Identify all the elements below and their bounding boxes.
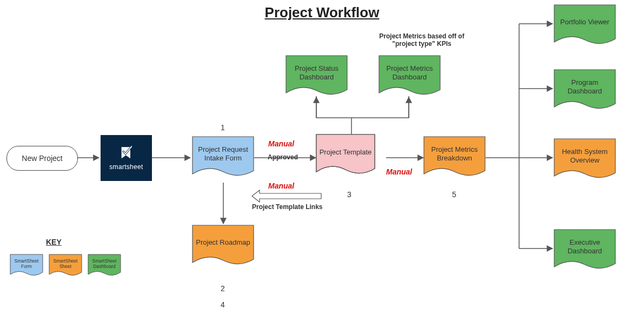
number-1: 1	[221, 123, 225, 132]
key-sheet: SmartSheet Sheet	[49, 254, 82, 278]
diagram-canvas: Project Workflow	[0, 0, 644, 336]
metrics-breakdown-node: Project Metrics Breakdown	[423, 136, 486, 179]
program-dashboard-node: Program Dashboard	[554, 69, 616, 112]
key-dashboard-label: SmartSheet Dashboard	[88, 255, 121, 272]
diagram-title: Project Workflow	[0, 4, 644, 21]
edge-manual-1: Manual	[268, 139, 294, 148]
smartsheet-brand: smartsheet	[109, 163, 143, 171]
number-5: 5	[452, 190, 456, 199]
number-3: 3	[347, 190, 351, 199]
key-title: KEY	[46, 238, 62, 246]
portfolio-viewer-node: Portfolio Viewer	[554, 4, 616, 48]
key-dashboard: SmartSheet Dashboard	[88, 254, 121, 278]
health-overview-node: Health System Overview	[554, 138, 616, 182]
roadmap-node: Project Roadmap	[192, 225, 254, 268]
executive-dashboard-label: Executive Dashboard	[554, 232, 616, 261]
edge-manual-3: Manual	[386, 167, 412, 176]
number-2: 2	[221, 284, 225, 293]
template-label: Project Template	[316, 137, 375, 166]
start-node: New Project	[6, 146, 78, 171]
intake-form-label: Project Request Intake Form	[192, 139, 254, 169]
start-label: New Project	[22, 154, 62, 163]
check-bookmark-icon	[119, 146, 134, 161]
edge-approved-label: Approved	[268, 153, 298, 161]
executive-dashboard-node: Executive Dashboard	[554, 229, 616, 272]
portfolio-viewer-label: Portfolio Viewer	[554, 8, 616, 37]
health-overview-label: Health System Overview	[554, 142, 616, 171]
metrics-dashboard-node: Project Metrics Dashboard	[379, 55, 441, 98]
metrics-breakdown-label: Project Metrics Breakdown	[423, 139, 486, 169]
edge-manual-2: Manual	[268, 182, 294, 190]
key-sheet-label: SmartSheet Sheet	[49, 255, 82, 272]
edge-template-links-label: Project Template Links	[252, 203, 322, 211]
key-form: SmartSheet Form	[10, 254, 43, 278]
project-template-stack: Project Template	[316, 134, 386, 184]
status-dashboard-node: Project Status Dashboard	[286, 55, 348, 98]
status-dashboard-label: Project Status Dashboard	[286, 58, 348, 88]
roadmap-label: Project Roadmap	[192, 228, 254, 257]
metrics-note: Project Metrics based off of "project ty…	[368, 32, 476, 48]
key-form-label: SmartSheet Form	[10, 255, 43, 272]
number-4: 4	[221, 300, 225, 309]
program-dashboard-label: Program Dashboard	[554, 72, 616, 102]
smartsheet-logo: smartsheet	[101, 135, 152, 181]
metrics-note-l2: "project type" KPIs	[392, 40, 451, 48]
metrics-note-l1: Project Metrics based off of	[379, 32, 464, 40]
intake-form-node: Project Request Intake Form	[192, 136, 254, 179]
metrics-dashboard-label: Project Metrics Dashboard	[379, 58, 441, 88]
